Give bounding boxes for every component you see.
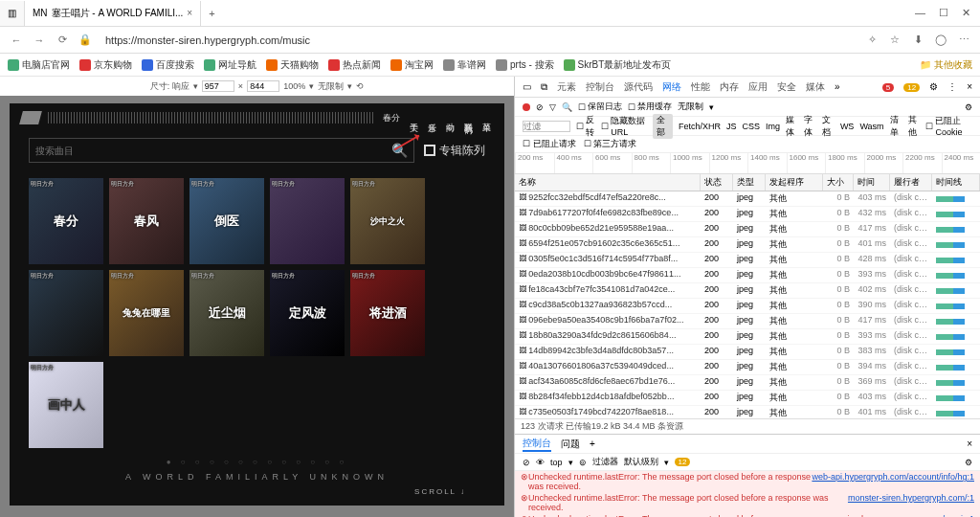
- bookmarks-bar: 电脑店官网 京东购物 百度搜索 网址导航 天猫购物 热点新闻 淘宝网 靠谱网 p…: [0, 54, 980, 77]
- back-button[interactable]: ←: [8, 34, 25, 46]
- tab-media[interactable]: 媒体: [806, 80, 825, 94]
- album-card[interactable]: 明日方舟沙中之火: [350, 178, 425, 264]
- network-row[interactable]: 6594f251e057cb91602c35c6e365c51...200jpe…: [515, 237, 980, 253]
- height-input[interactable]: [247, 80, 279, 92]
- network-row[interactable]: 0eda2038b10cdb003b9bc6e47f98611...200jpe…: [515, 268, 980, 283]
- refresh-button[interactable]: ⟳: [54, 34, 71, 46]
- warning-badge[interactable]: 12: [903, 81, 920, 92]
- clear-icon[interactable]: ⊘: [536, 102, 544, 112]
- search-input[interactable]: [35, 146, 391, 156]
- network-row[interactable]: 7d9ab6177207f0f4fe6982c83fbe89ce...200jp…: [515, 207, 980, 222]
- album-card[interactable]: 明日方舟画中人: [29, 362, 103, 448]
- filter-icon[interactable]: ▽: [549, 102, 556, 112]
- album-card[interactable]: 明日方舟倒医: [189, 178, 264, 264]
- album-card[interactable]: 明日方舟定风波: [270, 270, 345, 356]
- address-bar[interactable]: https://monster-siren.hypergryph.com/mus…: [100, 33, 858, 48]
- eye-icon[interactable]: 👁: [536, 458, 545, 467]
- tab-placeholder[interactable]: ▥: [0, 1, 25, 26]
- tab-memory[interactable]: 内存: [720, 80, 739, 94]
- console-tab[interactable]: 控制台: [523, 437, 551, 452]
- maximize-icon[interactable]: ☐: [939, 7, 948, 19]
- close-icon[interactable]: ×: [187, 8, 192, 18]
- network-row[interactable]: c9cd38a5c0b1327aa936823b57ccd...200jpeg其…: [515, 299, 980, 314]
- bookmark-item[interactable]: 京东购物: [79, 58, 132, 72]
- album-card[interactable]: 明日方舟近尘烟: [189, 270, 264, 356]
- album-card[interactable]: 明日方舟兔兔在哪里: [109, 270, 184, 356]
- network-row[interactable]: fe18ca43cbf7e7fc3541081d7a042ce...200jpe…: [515, 283, 980, 299]
- network-row[interactable]: 9252fcc32ebdf5cdf47ef5a220re8c...200jpeg…: [515, 191, 980, 207]
- minimize-icon[interactable]: —: [915, 7, 925, 19]
- tab-monster-siren[interactable]: MN 塞壬唱片 - A WORLD FAMILI... ×: [25, 1, 201, 26]
- forward-button[interactable]: →: [31, 34, 48, 46]
- album-card[interactable]: 明日方舟: [29, 270, 103, 356]
- gear-icon[interactable]: ⚙: [965, 102, 972, 112]
- console-clear-icon[interactable]: ⊘: [523, 458, 530, 467]
- tab-performance[interactable]: 性能: [691, 80, 710, 94]
- network-filter-input[interactable]: [523, 121, 570, 132]
- bookmark-item[interactable]: 天猫购物: [266, 58, 319, 72]
- bookmark-item[interactable]: 热点新闻: [328, 58, 381, 72]
- window-close-icon[interactable]: ✕: [962, 7, 970, 19]
- gear-icon[interactable]: ⚙: [965, 458, 972, 467]
- song-badge: 春分: [383, 112, 400, 124]
- network-row[interactable]: acf343a6085c8fd6cfe8aec67bd1e76...200jpe…: [515, 375, 980, 391]
- tab-console[interactable]: 控制台: [586, 80, 614, 94]
- bookmark-item[interactable]: 靠谱网: [443, 58, 486, 72]
- record-icon[interactable]: [523, 103, 530, 111]
- pagination-dots[interactable]: ● ○ ○ ○ ○ ○ ○ ○ ○ ○ ○ ○ ○: [10, 458, 504, 466]
- bookmark-item[interactable]: 电脑店官网: [8, 58, 70, 72]
- profile-icon[interactable]: ◯: [932, 34, 949, 46]
- extensions-icon[interactable]: ✧: [863, 34, 880, 46]
- album-card[interactable]: 明日方舟春分: [29, 178, 103, 264]
- preserve-log-checkbox[interactable]: ☐ 保留日志: [578, 101, 622, 113]
- search-box[interactable]: 🔍: [29, 138, 414, 163]
- network-timeline: 200 ms400 ms600 ms800 ms1000 ms1200 ms14…: [515, 153, 980, 174]
- network-row[interactable]: 80c0cbb09be652d21e959588e19aa...200jpeg其…: [515, 222, 980, 237]
- tab-elements[interactable]: 元素: [557, 80, 576, 94]
- site-nav[interactable]: 关于音乐动向联系我们菜单: [408, 116, 493, 120]
- new-tab-button[interactable]: +: [201, 8, 222, 19]
- website-viewport: 春分 关于音乐动向联系我们菜单 🔍 专辑陈列 明日方舟春分 明日方舟春风 明日方…: [10, 103, 504, 506]
- bookmark-item[interactable]: SkrBT最新地址发布页: [564, 58, 672, 72]
- album-card[interactable]: 明日方舟将进酒: [350, 270, 425, 356]
- bookmark-item[interactable]: 淘宝网: [390, 58, 434, 72]
- inspect-icon[interactable]: ▭: [523, 81, 531, 92]
- album-card[interactable]: 明日方舟: [270, 178, 345, 264]
- tab-network[interactable]: 网络: [662, 80, 681, 94]
- disable-cache-checkbox[interactable]: ☐ 禁用缓存: [628, 101, 672, 113]
- tab-sources[interactable]: 源代码: [624, 80, 653, 94]
- tab-security[interactable]: 安全: [777, 80, 796, 94]
- network-table-body: 9252fcc32ebdf5cdf47ef5a220re8c...200jpeg…: [515, 191, 980, 418]
- filter-all[interactable]: 全部: [653, 114, 673, 139]
- other-bookmarks[interactable]: 📁 其他收藏: [920, 58, 972, 72]
- tab-application[interactable]: 应用: [748, 80, 768, 94]
- bookmark-item[interactable]: 网址导航: [204, 58, 256, 72]
- network-row[interactable]: c735e0503f1749bcd742207f8ae818...200jpeg…: [515, 406, 980, 418]
- issues-tab[interactable]: 问题: [561, 438, 580, 451]
- network-row[interactable]: 14db89942c3bfe3d4a8dfdc80b3a57...200jpeg…: [515, 345, 980, 360]
- star-icon[interactable]: ☆: [886, 34, 903, 46]
- network-row[interactable]: 8b284f34febb12d4cb18afdbef052bb...200jpe…: [515, 391, 980, 406]
- width-input[interactable]: [202, 80, 234, 92]
- console-error-row[interactable]: ⊗ Unchecked runtime.lastError: The messa…: [515, 492, 980, 513]
- bookmark-item[interactable]: 百度搜索: [142, 58, 194, 72]
- network-row[interactable]: 18b80a3290a34fdc9d2c8615606b84...200jpeg…: [515, 329, 980, 345]
- download-icon[interactable]: ⬇: [909, 34, 926, 46]
- tab-title: 塞壬唱片 - A WORLD FAMILI...: [52, 7, 184, 20]
- album-card[interactable]: 明日方舟春风: [109, 178, 184, 264]
- console-error-row[interactable]: ⊗ Unchecked runtime.lastError: The messa…: [515, 513, 980, 517]
- settings-icon[interactable]: ⚙: [929, 81, 938, 92]
- menu-icon[interactable]: ⋯: [955, 34, 972, 46]
- network-row[interactable]: 096ebe9a50ea35408c9b1f66ba7a7f02...200jp…: [515, 314, 980, 329]
- bookmark-item[interactable]: prts - 搜索: [496, 58, 554, 72]
- error-badge[interactable]: 5: [882, 81, 894, 92]
- console-error-row[interactable]: ⊗ Unchecked runtime.lastError: The messa…: [515, 471, 980, 492]
- device-toggle-icon[interactable]: ⧉: [541, 81, 547, 93]
- tab-favicon: MN: [33, 8, 48, 18]
- console-close-icon[interactable]: ×: [967, 438, 972, 449]
- more-icon[interactable]: ⋮: [947, 81, 957, 92]
- network-row[interactable]: 0305f5e0c1c3d516f714c5954f77ba8f...200jp…: [515, 253, 980, 268]
- network-row[interactable]: 40a13076601806a37c5394049dced...200jpeg其…: [515, 360, 980, 375]
- close-devtools-icon[interactable]: ×: [967, 81, 972, 92]
- rotate-icon[interactable]: ⟲: [356, 81, 364, 91]
